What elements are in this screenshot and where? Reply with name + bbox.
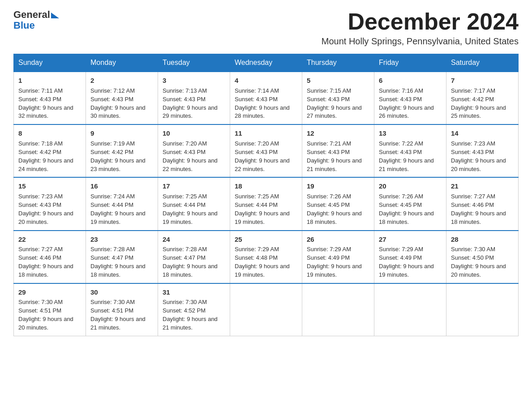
- sunset-text: Sunset: 4:43 PM: [235, 96, 278, 103]
- calendar-cell: [446, 283, 519, 336]
- calendar-cell: 25Sunrise: 7:29 AMSunset: 4:48 PMDayligh…: [230, 231, 302, 283]
- calendar-cell: 31Sunrise: 7:30 AMSunset: 4:52 PMDayligh…: [158, 283, 230, 336]
- daylight-text: Daylight: 9 hours and 22 minutes.: [235, 157, 290, 172]
- calendar-cell: [302, 283, 374, 336]
- sunset-text: Sunset: 4:43 PM: [451, 149, 494, 155]
- day-number: 4: [235, 76, 297, 86]
- sunset-text: Sunset: 4:43 PM: [18, 201, 61, 208]
- calendar-week-row: 22Sunrise: 7:27 AMSunset: 4:46 PMDayligh…: [14, 231, 519, 283]
- day-number: 24: [163, 235, 225, 244]
- sunset-text: Sunset: 4:49 PM: [379, 254, 422, 261]
- sunrise-text: Sunrise: 7:30 AM: [90, 299, 135, 305]
- calendar-cell: 20Sunrise: 7:26 AMSunset: 4:45 PMDayligh…: [374, 177, 446, 230]
- calendar-cell: 19Sunrise: 7:26 AMSunset: 4:45 PMDayligh…: [302, 177, 374, 230]
- sunrise-text: Sunrise: 7:28 AM: [90, 246, 135, 253]
- day-number: 5: [307, 76, 369, 86]
- day-number: 7: [451, 76, 514, 86]
- sunrise-text: Sunrise: 7:19 AM: [90, 140, 135, 147]
- calendar-cell: 29Sunrise: 7:30 AMSunset: 4:51 PMDayligh…: [14, 283, 86, 336]
- sunrise-text: Sunrise: 7:15 AM: [307, 87, 351, 94]
- sunset-text: Sunset: 4:42 PM: [451, 96, 494, 103]
- day-number: 2: [90, 76, 153, 86]
- sunset-text: Sunset: 4:45 PM: [307, 201, 350, 208]
- sunset-text: Sunset: 4:44 PM: [235, 201, 278, 208]
- sunrise-text: Sunrise: 7:30 AM: [18, 299, 63, 305]
- day-number: 12: [307, 128, 369, 138]
- calendar-cell: 22Sunrise: 7:27 AMSunset: 4:46 PMDayligh…: [14, 231, 86, 283]
- daylight-text: Daylight: 9 hours and 24 minutes.: [18, 157, 73, 172]
- sunrise-text: Sunrise: 7:26 AM: [307, 193, 351, 200]
- location-title: Mount Holly Springs, Pennsylvania, Unite…: [322, 36, 519, 47]
- sunrise-text: Sunrise: 7:29 AM: [307, 246, 351, 253]
- sunrise-text: Sunrise: 7:27 AM: [451, 193, 495, 200]
- daylight-text: Daylight: 9 hours and 30 minutes.: [90, 104, 146, 120]
- calendar-cell: 24Sunrise: 7:28 AMSunset: 4:47 PMDayligh…: [158, 231, 230, 283]
- day-header-monday: Monday: [86, 54, 158, 72]
- daylight-text: Daylight: 9 hours and 19 minutes.: [235, 210, 290, 225]
- daylight-text: Daylight: 9 hours and 19 minutes.: [307, 263, 362, 278]
- daylight-text: Daylight: 9 hours and 18 minutes.: [163, 263, 218, 278]
- daylight-text: Daylight: 9 hours and 19 minutes.: [235, 263, 290, 278]
- sunrise-text: Sunrise: 7:24 AM: [90, 193, 135, 200]
- daylight-text: Daylight: 9 hours and 27 minutes.: [307, 104, 362, 120]
- sunrise-text: Sunrise: 7:14 AM: [235, 87, 279, 94]
- calendar-cell: [230, 283, 302, 336]
- daylight-text: Daylight: 9 hours and 18 minutes.: [451, 210, 506, 225]
- sunset-text: Sunset: 4:43 PM: [379, 149, 422, 155]
- logo-arrow-icon: [51, 13, 59, 18]
- daylight-text: Daylight: 9 hours and 19 minutes.: [379, 263, 434, 278]
- daylight-text: Daylight: 9 hours and 22 minutes.: [163, 157, 218, 172]
- calendar-cell: 1Sunrise: 7:11 AMSunset: 4:43 PMDaylight…: [14, 72, 86, 124]
- day-number: 19: [307, 181, 369, 191]
- calendar-cell: 3Sunrise: 7:13 AMSunset: 4:43 PMDaylight…: [158, 72, 230, 124]
- sunrise-text: Sunrise: 7:25 AM: [235, 193, 279, 200]
- day-number: 11: [235, 128, 297, 138]
- calendar-cell: 15Sunrise: 7:23 AMSunset: 4:43 PMDayligh…: [14, 177, 86, 230]
- sunset-text: Sunset: 4:43 PM: [163, 149, 206, 155]
- sunrise-text: Sunrise: 7:21 AM: [307, 140, 351, 147]
- sunset-text: Sunset: 4:52 PM: [163, 307, 206, 314]
- day-header-friday: Friday: [374, 54, 446, 72]
- day-number: 25: [235, 235, 297, 244]
- daylight-text: Daylight: 9 hours and 21 minutes.: [163, 316, 218, 331]
- logo-blue-text: Blue: [13, 20, 35, 31]
- sunset-text: Sunset: 4:50 PM: [451, 254, 494, 261]
- sunset-text: Sunset: 4:49 PM: [307, 254, 350, 261]
- calendar-week-row: 15Sunrise: 7:23 AMSunset: 4:43 PMDayligh…: [14, 177, 519, 230]
- sunset-text: Sunset: 4:43 PM: [235, 149, 278, 155]
- sunrise-text: Sunrise: 7:25 AM: [163, 193, 207, 200]
- sunrise-text: Sunrise: 7:28 AM: [163, 246, 207, 253]
- page-header: General Blue December 2024 Mount Holly S…: [13, 9, 519, 47]
- calendar-cell: [374, 283, 446, 336]
- sunrise-text: Sunrise: 7:23 AM: [451, 140, 495, 147]
- daylight-text: Daylight: 9 hours and 20 minutes.: [451, 263, 506, 278]
- daylight-text: Daylight: 9 hours and 28 minutes.: [235, 104, 290, 120]
- sunrise-text: Sunrise: 7:30 AM: [451, 246, 495, 253]
- calendar-header-row: SundayMondayTuesdayWednesdayThursdayFrid…: [14, 54, 519, 72]
- calendar-cell: 4Sunrise: 7:14 AMSunset: 4:43 PMDaylight…: [230, 72, 302, 124]
- calendar-cell: 17Sunrise: 7:25 AMSunset: 4:44 PMDayligh…: [158, 177, 230, 230]
- calendar-cell: 21Sunrise: 7:27 AMSunset: 4:46 PMDayligh…: [446, 177, 519, 230]
- sunset-text: Sunset: 4:47 PM: [163, 254, 206, 261]
- daylight-text: Daylight: 9 hours and 23 minutes.: [90, 157, 146, 172]
- sunrise-text: Sunrise: 7:30 AM: [163, 299, 207, 305]
- day-number: 17: [163, 181, 225, 191]
- calendar-week-row: 8Sunrise: 7:18 AMSunset: 4:42 PMDaylight…: [14, 124, 519, 177]
- daylight-text: Daylight: 9 hours and 25 minutes.: [451, 104, 506, 120]
- day-number: 6: [379, 76, 442, 86]
- daylight-text: Daylight: 9 hours and 19 minutes.: [163, 210, 218, 225]
- daylight-text: Daylight: 9 hours and 18 minutes.: [90, 263, 146, 278]
- daylight-text: Daylight: 9 hours and 29 minutes.: [163, 104, 218, 120]
- calendar-cell: 26Sunrise: 7:29 AMSunset: 4:49 PMDayligh…: [302, 231, 374, 283]
- sunrise-text: Sunrise: 7:29 AM: [235, 246, 279, 253]
- calendar-cell: 14Sunrise: 7:23 AMSunset: 4:43 PMDayligh…: [446, 124, 519, 177]
- calendar-cell: 13Sunrise: 7:22 AMSunset: 4:43 PMDayligh…: [374, 124, 446, 177]
- daylight-text: Daylight: 9 hours and 18 minutes.: [307, 210, 362, 225]
- calendar-cell: 2Sunrise: 7:12 AMSunset: 4:43 PMDaylight…: [86, 72, 158, 124]
- sunset-text: Sunset: 4:43 PM: [307, 96, 350, 103]
- calendar-cell: 9Sunrise: 7:19 AMSunset: 4:42 PMDaylight…: [86, 124, 158, 177]
- sunrise-text: Sunrise: 7:16 AM: [379, 87, 423, 94]
- calendar-cell: 18Sunrise: 7:25 AMSunset: 4:44 PMDayligh…: [230, 177, 302, 230]
- calendar-table: SundayMondayTuesdayWednesdayThursdayFrid…: [13, 54, 519, 336]
- day-number: 18: [235, 181, 297, 191]
